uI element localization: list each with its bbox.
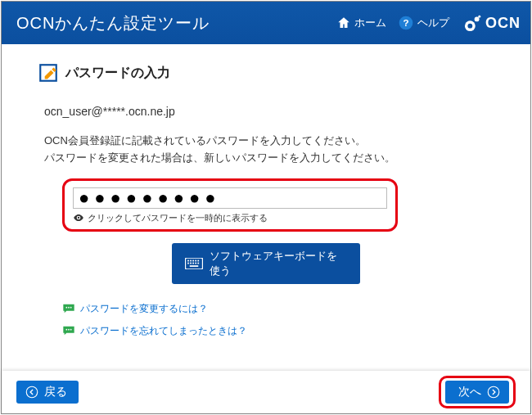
chat-icon — [62, 303, 75, 314]
content-area: パスワードの入力 ocn_user@*****.ocn.ne.jp OCN会員登… — [2, 44, 530, 371]
svg-rect-12 — [195, 259, 196, 261]
help-icon: ? — [398, 15, 414, 31]
change-password-link[interactable]: パスワードを変更するには？ — [62, 302, 494, 316]
app-header: OCNかんたん設定ツール ホーム ? ヘルプ OCN — [2, 2, 530, 44]
reveal-password-toggle[interactable]: クリックしてパスワードを一時的に表示する — [73, 212, 387, 224]
svg-point-3 — [467, 24, 472, 29]
email-display: ocn_user@*****.ocn.ne.jp — [44, 105, 494, 118]
svg-rect-16 — [192, 262, 194, 264]
home-label: ホーム — [354, 16, 386, 30]
chevron-right-icon — [486, 385, 501, 399]
chat-icon — [62, 325, 75, 336]
app-title: OCNかんたん設定ツール — [16, 12, 336, 34]
help-label: ヘルプ — [417, 16, 449, 30]
instruction-line1: OCN会員登録証に記載されているパスワードを入力してください。 — [44, 133, 494, 150]
brand-text: OCN — [485, 15, 521, 32]
svg-rect-18 — [197, 262, 199, 264]
edit-icon — [38, 62, 59, 83]
software-keyboard-button[interactable]: ソフトウェアキーボードを使う — [172, 243, 360, 284]
next-label: 次へ — [458, 385, 481, 399]
svg-rect-17 — [195, 262, 196, 264]
svg-rect-9 — [187, 259, 189, 261]
svg-point-5 — [478, 16, 480, 18]
svg-point-4 — [475, 16, 480, 21]
instruction-line2: パスワードを変更された場合は、新しいパスワードを入力してください。 — [44, 150, 494, 167]
svg-rect-11 — [192, 259, 194, 261]
back-label: 戻る — [44, 385, 67, 399]
svg-point-25 — [70, 329, 72, 331]
software-keyboard-label: ソフトウェアキーボードを使う — [210, 249, 347, 278]
section-title-row: パスワードの入力 — [38, 62, 494, 83]
svg-rect-10 — [190, 259, 192, 261]
svg-text:?: ? — [403, 17, 408, 28]
forgot-password-link[interactable]: パスワードを忘れてしまったときは？ — [62, 324, 494, 338]
svg-point-26 — [26, 386, 38, 398]
home-icon — [336, 16, 351, 30]
keyboard-icon — [185, 258, 203, 269]
home-link[interactable]: ホーム — [336, 16, 386, 30]
password-input[interactable] — [73, 187, 387, 209]
svg-point-23 — [65, 329, 67, 331]
ocn-logo: OCN — [464, 14, 521, 32]
help-link[interactable]: ? ヘルプ — [398, 15, 449, 31]
svg-rect-13 — [197, 259, 199, 261]
eye-icon — [73, 212, 84, 223]
svg-point-7 — [78, 217, 79, 219]
svg-point-21 — [68, 307, 70, 309]
section-title: パスワードの入力 — [65, 65, 170, 82]
svg-rect-14 — [187, 262, 189, 264]
next-highlight-box: 次へ — [439, 376, 516, 408]
svg-point-20 — [65, 307, 67, 309]
change-password-text: パスワードを変更するには？ — [80, 302, 208, 316]
reveal-label: クリックしてパスワードを一時的に表示する — [88, 212, 268, 224]
back-button[interactable]: 戻る — [16, 381, 79, 404]
svg-rect-19 — [190, 265, 199, 267]
instructions: OCN会員登録証に記載されているパスワードを入力してください。 パスワードを変更… — [44, 133, 494, 167]
svg-rect-15 — [190, 262, 192, 264]
password-highlight-box: クリックしてパスワードを一時的に表示する — [62, 178, 398, 232]
svg-point-27 — [488, 386, 499, 398]
footer-bar: 戻る 次へ — [2, 371, 530, 413]
chevron-left-icon — [25, 385, 39, 399]
ocn-logo-icon — [464, 14, 482, 32]
svg-point-24 — [68, 329, 70, 331]
forgot-password-text: パスワードを忘れてしまったときは？ — [80, 324, 247, 338]
svg-point-22 — [70, 307, 72, 309]
next-button[interactable]: 次へ — [445, 381, 509, 404]
